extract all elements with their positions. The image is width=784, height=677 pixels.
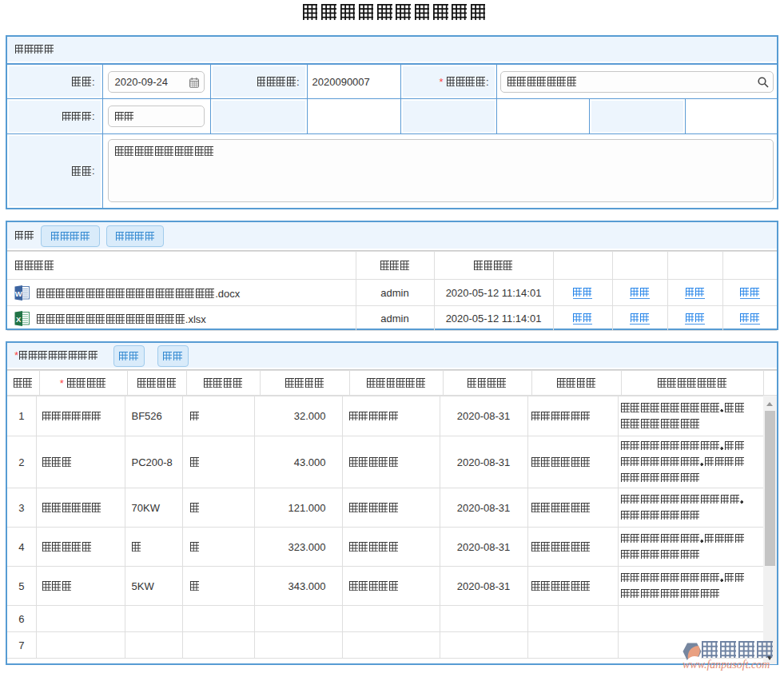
svg-text:X: X xyxy=(16,314,22,323)
svg-text:W: W xyxy=(15,289,22,297)
